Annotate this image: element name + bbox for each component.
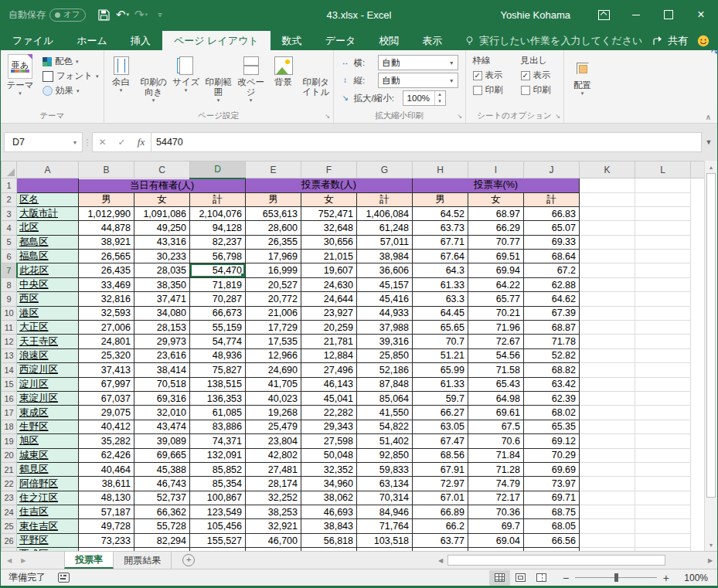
data-cell[interactable]: 50,048 bbox=[301, 448, 357, 462]
data-cell[interactable]: 30,656 bbox=[301, 235, 357, 249]
data-cell[interactable]: 27,006 bbox=[79, 321, 134, 335]
data-cell[interactable]: 45,388 bbox=[134, 462, 190, 476]
row-header-22[interactable]: 22 bbox=[2, 477, 17, 491]
ward-name-cell[interactable]: 東淀川区 bbox=[17, 391, 79, 405]
zoom-slider[interactable]: − + bbox=[563, 573, 669, 583]
ribbon-tab-formulas[interactable]: 数式 bbox=[271, 31, 314, 50]
sub-header-9[interactable]: 計 bbox=[524, 192, 580, 206]
data-cell[interactable]: 123,549 bbox=[190, 505, 246, 519]
ward-name-cell[interactable]: 大正区 bbox=[17, 321, 79, 335]
scroll-down-icon[interactable]: ▼ bbox=[705, 539, 717, 551]
row-header-11[interactable]: 11 bbox=[2, 321, 17, 335]
data-cell[interactable]: 54,822 bbox=[357, 420, 413, 433]
spinner-arrows-icon[interactable]: ▲▼ bbox=[434, 91, 445, 105]
data-cell[interactable]: 70.21 bbox=[468, 306, 524, 320]
column-header-L[interactable]: L bbox=[635, 161, 691, 178]
scale-zoom-spinner[interactable]: 100%▲▼ bbox=[403, 90, 446, 106]
group-header-1[interactable]: 当日有権者(人) bbox=[79, 178, 246, 193]
data-cell[interactable]: 70,518 bbox=[134, 377, 190, 391]
data-cell[interactable]: 40,412 bbox=[79, 420, 134, 433]
save-button[interactable] bbox=[95, 5, 114, 25]
data-cell[interactable]: 16,999 bbox=[246, 263, 301, 277]
scroll-right-icon[interactable]: ▶ bbox=[703, 557, 717, 564]
data-cell[interactable]: 19,268 bbox=[246, 406, 301, 420]
scroll-left-icon[interactable]: ◀ bbox=[434, 557, 447, 564]
data-cell[interactable]: 32,648 bbox=[301, 221, 357, 235]
ribbon-display-options-button[interactable] bbox=[587, 1, 620, 29]
ward-name-cell[interactable]: 大阪市計 bbox=[17, 206, 79, 220]
data-cell[interactable]: 69.33 bbox=[524, 235, 580, 249]
data-cell[interactable]: 64.62 bbox=[524, 292, 580, 306]
ward-name-cell[interactable]: 平野区 bbox=[17, 533, 79, 547]
data-cell[interactable]: 30,233 bbox=[134, 250, 190, 263]
data-cell[interactable]: 73,233 bbox=[79, 533, 134, 547]
data-cell[interactable]: 54,774 bbox=[190, 335, 246, 348]
ribbon-tab-home[interactable]: ホーム bbox=[65, 31, 119, 50]
data-cell[interactable]: 67.2 bbox=[524, 263, 580, 277]
sub-header-2[interactable]: 女 bbox=[134, 192, 190, 206]
themes-button[interactable]: 亜あ テーマ ▾ bbox=[2, 52, 39, 97]
select-all-button[interactable] bbox=[2, 161, 17, 178]
data-cell[interactable]: 2,104,076 bbox=[190, 206, 246, 220]
print-titles-button[interactable]: 印刷タイトル bbox=[300, 52, 332, 104]
data-cell[interactable]: 70,287 bbox=[190, 292, 246, 306]
sub-header-6[interactable]: 計 bbox=[357, 192, 413, 206]
data-cell[interactable]: 66,362 bbox=[134, 505, 190, 519]
data-cell[interactable]: 65.99 bbox=[413, 363, 468, 377]
data-cell[interactable]: 70.36 bbox=[468, 505, 524, 519]
sub-header-5[interactable]: 女 bbox=[301, 192, 357, 206]
data-cell[interactable]: 62,426 bbox=[79, 448, 134, 462]
gridlines-show-checkbox[interactable]: ✓表示 bbox=[473, 70, 515, 81]
theme-effects-button[interactable]: 効果▾ bbox=[39, 83, 103, 98]
data-cell[interactable]: 82,237 bbox=[190, 235, 246, 249]
name-box[interactable]: D7 ▼ bbox=[4, 132, 83, 152]
row-header-9[interactable]: 9 bbox=[2, 292, 17, 306]
data-cell[interactable]: 41,550 bbox=[357, 406, 413, 420]
data-cell[interactable]: 68.87 bbox=[524, 321, 580, 335]
data-cell[interactable]: 73.97 bbox=[524, 477, 580, 491]
data-cell[interactable]: 69.12 bbox=[524, 434, 580, 448]
gridlines-print-checkbox[interactable]: 印刷 bbox=[473, 84, 515, 96]
row-header-10[interactable]: 10 bbox=[2, 306, 17, 320]
data-cell[interactable]: 17,969 bbox=[246, 250, 301, 263]
sub-header-7[interactable]: 男 bbox=[413, 192, 468, 206]
group-header-2[interactable]: 投票者数(人) bbox=[246, 178, 413, 193]
column-header-G[interactable]: G bbox=[357, 161, 413, 178]
qat-customize-button[interactable]: ▿ bbox=[151, 5, 169, 25]
margins-button[interactable]: 余白▾ bbox=[105, 52, 138, 93]
ward-name-cell[interactable]: 浪速区 bbox=[17, 348, 79, 362]
data-cell[interactable]: 52.82 bbox=[524, 348, 580, 362]
data-cell[interactable]: 70.29 bbox=[524, 448, 580, 462]
data-cell[interactable]: 39,089 bbox=[134, 434, 190, 448]
data-cell[interactable]: 62.88 bbox=[524, 277, 580, 291]
data-cell[interactable]: 63.3 bbox=[413, 292, 468, 306]
data-cell[interactable]: 67.71 bbox=[413, 235, 468, 249]
row-header-13[interactable]: 13 bbox=[2, 348, 17, 362]
ribbon-tab-view[interactable]: 表示 bbox=[410, 31, 454, 50]
data-cell[interactable]: 71,764 bbox=[357, 519, 413, 533]
data-cell[interactable]: 63.42 bbox=[524, 377, 580, 391]
data-cell[interactable]: 66.89 bbox=[413, 505, 468, 519]
data-cell[interactable]: 46,143 bbox=[301, 377, 357, 391]
sheet-tab-2[interactable]: 開票結果 bbox=[114, 552, 172, 569]
data-cell[interactable]: 34,960 bbox=[301, 477, 357, 491]
data-cell[interactable]: 68.56 bbox=[413, 448, 468, 462]
data-cell[interactable]: 67.01 bbox=[413, 491, 468, 505]
data-cell[interactable]: 59.7 bbox=[413, 391, 468, 405]
data-cell[interactable]: 65.35 bbox=[524, 420, 580, 433]
data-cell[interactable]: 138,515 bbox=[190, 377, 246, 391]
data-cell[interactable]: 29,075 bbox=[79, 406, 134, 420]
ward-name-cell[interactable]: 東成区 bbox=[17, 406, 79, 420]
data-cell[interactable]: 34,080 bbox=[134, 306, 190, 320]
data-cell[interactable]: 38,611 bbox=[79, 477, 134, 491]
data-cell[interactable]: 85,064 bbox=[357, 391, 413, 405]
corner-label-cell[interactable]: 区名 bbox=[17, 192, 79, 206]
data-cell[interactable]: 24,801 bbox=[79, 335, 134, 348]
data-cell[interactable]: 38,414 bbox=[134, 363, 190, 377]
sub-header-1[interactable]: 男 bbox=[79, 192, 134, 206]
data-cell[interactable]: 25,479 bbox=[246, 420, 301, 433]
undo-button[interactable]: ↶▾ bbox=[114, 5, 132, 25]
ribbon-tab-data[interactable]: データ bbox=[314, 31, 368, 50]
data-cell[interactable]: 17,729 bbox=[246, 321, 301, 335]
data-cell[interactable]: 55,159 bbox=[190, 321, 246, 335]
